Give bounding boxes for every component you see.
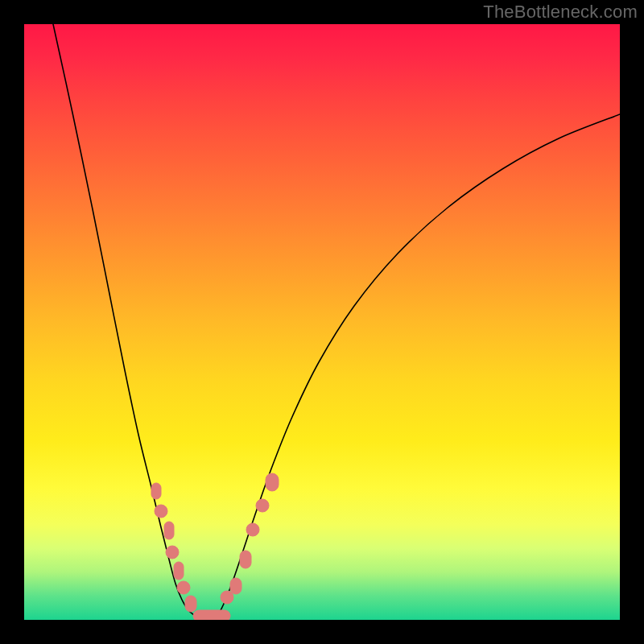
chart-svg (24, 24, 620, 620)
data-marker (193, 610, 230, 620)
data-marker (230, 578, 242, 594)
data-markers (151, 473, 279, 620)
data-marker (155, 505, 167, 518)
data-marker (174, 562, 184, 580)
data-marker (221, 591, 233, 604)
curve-left-branch (53, 24, 213, 620)
data-marker (166, 546, 179, 559)
plot-area (24, 24, 620, 620)
data-marker (151, 483, 161, 499)
data-marker (256, 499, 269, 512)
data-marker (185, 596, 196, 612)
chart-frame: TheBottleneck.com (0, 0, 644, 644)
watermark-text: TheBottleneck.com (483, 2, 638, 23)
data-marker (177, 581, 190, 594)
data-marker (246, 523, 259, 536)
data-marker (240, 551, 251, 568)
data-marker (266, 473, 279, 491)
data-marker (164, 522, 174, 539)
curve-right-branch (213, 114, 620, 620)
